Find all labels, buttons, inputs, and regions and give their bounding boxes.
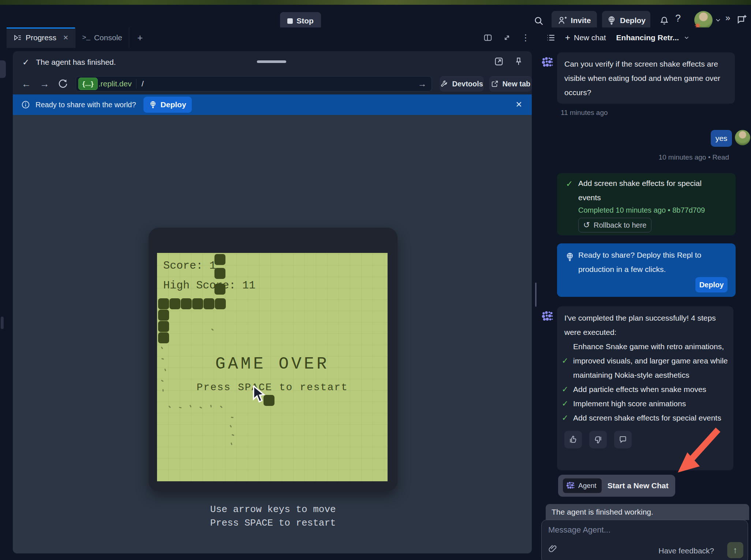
forward-icon[interactable]: → [40, 78, 49, 90]
tab-progress[interactable]: Progress ✕ [7, 27, 75, 48]
invite-person-plus-icon [558, 16, 567, 25]
drag-handle[interactable] [257, 60, 286, 63]
particle-dot [168, 406, 171, 408]
deploy-balloon-icon [607, 16, 616, 25]
agent-finished-toast: The agent is finished working. [546, 504, 749, 520]
plan-step: ✓ Enhance Snake game with retro animatio… [557, 339, 733, 382]
new-chat-button[interactable]: + New chat [565, 33, 606, 43]
devtools-button[interactable]: Devtools [440, 76, 483, 92]
chat-title[interactable]: Enhancing Retr... [616, 33, 679, 42]
expand-pane-icon[interactable] [502, 33, 512, 42]
tab-close-icon[interactable]: ✕ [63, 34, 68, 42]
step-check-icon: ✓ [557, 396, 573, 411]
console-icon: >_ [82, 34, 90, 42]
deploy-balloon-icon [565, 252, 575, 262]
message-timestamp: 11 minutes ago [561, 109, 608, 117]
snake-segment [169, 298, 180, 309]
chat-header: + New chat Enhancing Retr... [538, 27, 751, 48]
thumbs-down-button[interactable] [589, 431, 607, 448]
deploy-promo-text: Ready to share? Deploy this Repl to prod… [578, 248, 721, 276]
stop-label: Stop [296, 16, 314, 25]
completed-task-card: ✓ Add screen shake effects for special e… [557, 173, 736, 235]
add-tab-button[interactable]: + [129, 27, 151, 48]
user-message-meta: 10 minutes ago • Read [538, 153, 729, 161]
new-message-icon[interactable] [736, 14, 747, 25]
tab-console[interactable]: >_ Console [75, 27, 129, 48]
back-icon[interactable]: ← [22, 78, 31, 90]
step-check-icon: ✓ [557, 411, 573, 425]
sidebar-collapsed-notch[interactable] [0, 60, 6, 78]
snake-segment [203, 298, 214, 309]
help-icon[interactable]: ? [675, 13, 688, 27]
deploy-banner: Ready to share with the world? Deploy ✕ [13, 94, 532, 115]
tab-progress-label: Progress [26, 33, 56, 42]
particle-dot [161, 347, 163, 349]
progress-icon [13, 33, 22, 42]
message-input-box[interactable]: Have feedback? ↑ [541, 520, 748, 560]
rollback-button[interactable]: ↺ Rollback to here [578, 218, 651, 232]
toast-text: The agent is finished working. [552, 508, 653, 516]
snake-segment [158, 310, 169, 321]
message-input[interactable] [548, 525, 739, 535]
snake-segment [192, 298, 203, 309]
task-check-icon: ✓ [566, 179, 573, 189]
new-chat-label: New chat [574, 33, 606, 42]
url-domain: .replit.dev [98, 79, 132, 88]
panel-resize-handle[interactable] [535, 283, 537, 307]
agent-chat-panel: + New chat Enhancing Retr... Can you ver… [538, 27, 751, 560]
snake-segment [214, 284, 225, 295]
search-icon[interactable] [531, 14, 546, 28]
particle-dot [199, 407, 202, 409]
status-check-icon: ✓ [22, 57, 29, 67]
snake-segment [181, 298, 192, 309]
refresh-icon[interactable] [57, 78, 68, 89]
particle-dot [229, 425, 232, 428]
devtools-label: Devtools [452, 80, 483, 88]
left-rail [0, 27, 7, 560]
send-button[interactable]: ↑ [727, 542, 743, 558]
step-text: Implement high score animations [573, 396, 728, 411]
chat-title-chevron-icon[interactable] [683, 34, 690, 41]
browser-toolbar: ← → {...} .replit.dev / → Devtools New t… [13, 73, 532, 94]
url-subdomain-badge[interactable]: {...} [78, 78, 98, 90]
newtab-button[interactable]: New tab [489, 76, 532, 92]
topbar: Stop Invite Deploy ? ✷ » [0, 5, 751, 27]
notifications-bell-icon[interactable] [657, 14, 672, 28]
annotation-arrow [677, 425, 725, 474]
game-over-text: GAME OVER [157, 355, 388, 374]
stop-icon [287, 18, 293, 24]
particle-dot [179, 407, 182, 408]
banner-close-icon[interactable]: ✕ [516, 100, 522, 109]
particle-dot [162, 336, 164, 337]
sidebar-resize-handle[interactable] [1, 317, 4, 329]
stop-button[interactable]: Stop [280, 12, 321, 30]
open-external-icon[interactable] [494, 56, 504, 67]
split-pane-icon[interactable] [483, 33, 493, 42]
plan-step: ✓ Add screen shake effects for special e… [557, 411, 733, 425]
agent-message: Can you verify if the screen shake effec… [557, 52, 735, 104]
lcd-screen[interactable]: Score: 1 High Score: 11 GAME OVER Press … [157, 253, 388, 481]
thumbs-up-button[interactable] [564, 431, 582, 448]
url-bar[interactable]: {...} .replit.dev / → [76, 76, 432, 92]
undo-icon: ↺ [583, 221, 590, 229]
have-feedback-link[interactable]: Have feedback? [658, 546, 714, 555]
comment-button[interactable] [614, 431, 632, 448]
url-go-icon[interactable]: → [418, 79, 426, 89]
newtab-label: New tab [502, 80, 531, 88]
info-icon [21, 100, 30, 109]
overflow-chevrons[interactable]: » [725, 13, 729, 23]
chat-list-icon[interactable] [546, 33, 556, 42]
task-meta: Completed 10 minutes ago • 8b77d709 [578, 206, 705, 214]
deploy-label: Deploy [620, 16, 646, 25]
pane-menu-kebab-icon[interactable]: ⋮ [521, 33, 530, 43]
deploy-promo-button[interactable]: Deploy [695, 277, 728, 292]
banner-deploy-button[interactable]: Deploy [143, 97, 192, 113]
pin-icon[interactable] [513, 56, 524, 67]
start-new-chat-button[interactable]: Agent Start a New Chat [558, 475, 675, 497]
agent-avatar [541, 310, 554, 323]
webview-pane: ✓ The agent has finished. ← → {...} .rep… [13, 51, 532, 553]
account-chevron-down-icon[interactable] [714, 16, 722, 24]
high-score-text: High Score: 11 [163, 279, 255, 292]
attach-paperclip-icon[interactable] [548, 544, 558, 554]
plan-step: ✓ Add particle effects when snake moves [557, 382, 733, 396]
